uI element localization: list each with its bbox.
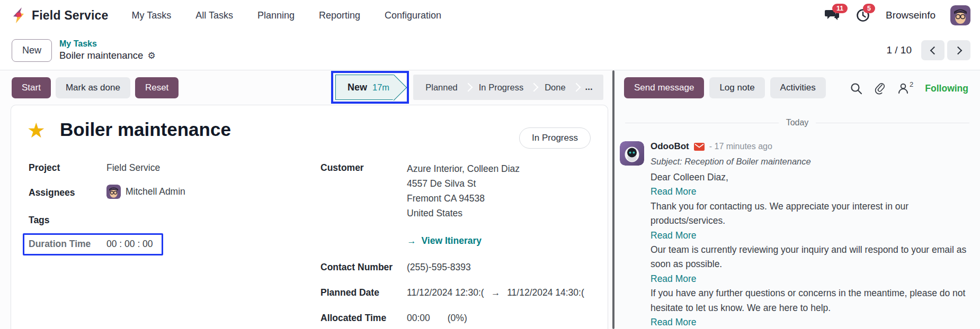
duration-time-value[interactable]: 00 : 00 : 00 [106, 239, 153, 250]
read-more-link[interactable]: Read More [651, 315, 968, 329]
followers-count: 2 [910, 80, 913, 88]
following-button[interactable]: Following [925, 83, 968, 94]
tags-label: Tags [29, 215, 50, 226]
stage-new-label: New [348, 82, 367, 93]
menu-configuration[interactable]: Configuration [385, 10, 441, 21]
followers-button[interactable]: 2 [897, 83, 913, 94]
reset-button[interactable]: Reset [135, 77, 179, 98]
menu-reporting[interactable]: Reporting [319, 10, 360, 21]
stage-separator-icon [464, 83, 473, 92]
stage-planned[interactable]: Planned [418, 83, 465, 93]
paperclip-icon [874, 82, 886, 95]
message-paragraph: Thank you for contacting us. We apprecia… [651, 199, 968, 229]
duration-time-label: Duration Time [29, 239, 91, 250]
assignee-item[interactable]: Mitchell Admin [106, 185, 185, 199]
messages-button[interactable]: 11 [824, 7, 840, 23]
allocated-time-label: Allocated Time [320, 313, 386, 324]
search-messages-button[interactable] [850, 83, 862, 95]
stage-in-progress[interactable]: In Progress [472, 83, 530, 93]
menu-my-tasks[interactable]: My Tasks [132, 10, 172, 21]
planned-date-start[interactable]: 11/12/2024 12:30:( [407, 287, 484, 298]
user-name[interactable]: Browseinfo [886, 10, 936, 21]
search-icon [850, 83, 862, 95]
activities-schedule-button[interactable]: Activities [770, 77, 826, 98]
panel-scrollbar[interactable] [612, 70, 614, 329]
customer-label: Customer [320, 162, 364, 173]
send-message-button[interactable]: Send message [624, 77, 704, 98]
message-paragraph: Our team is currently reviewing your inq… [651, 243, 968, 272]
planned-date-range: 11/12/2024 12:30:( → 11/12/2024 14:30:( [407, 287, 584, 298]
user-avatar[interactable] [950, 5, 970, 25]
mark-as-done-button[interactable]: Mark as done [56, 77, 130, 98]
breadcrumb-current: Boiler maintenance ⚙ [59, 50, 156, 61]
customer-country: United States [407, 206, 520, 221]
assignee-avatar [106, 185, 121, 199]
planned-date-label: Planned Date [320, 287, 379, 298]
main-menu: My Tasks All Tasks Planning Reporting Co… [132, 10, 442, 21]
project-value[interactable]: Field Service [106, 162, 160, 173]
messages-badge: 11 [832, 4, 848, 13]
attachments-button[interactable] [874, 82, 886, 95]
chevron-left-icon [930, 46, 938, 54]
task-title[interactable]: Boiler maintenance [60, 119, 231, 140]
chevron-right-icon [954, 46, 962, 54]
customer-name[interactable]: Azure Interior, Colleen Diaz [407, 161, 520, 176]
menu-all-tasks[interactable]: All Tasks [195, 10, 233, 21]
stage-new-duration: 17m [372, 83, 389, 93]
read-more-link[interactable]: Read More [651, 229, 968, 243]
start-button[interactable]: Start [12, 77, 51, 98]
action-buttons: Start Mark as done Reset [12, 77, 179, 98]
priority-star-icon[interactable]: ★ [27, 118, 46, 143]
top-navbar: Field Service My Tasks All Tasks Plannin… [0, 0, 980, 31]
topnav-right: 11 5 Browseinfo [824, 0, 970, 31]
log-note-button[interactable]: Log note [709, 77, 764, 98]
stage-pipeline: Planned In Progress Done ... [413, 75, 603, 100]
record-pager: 1 / 10 [886, 40, 970, 60]
chatter-buttons: Send message Log note Activities [624, 77, 826, 98]
new-record-button[interactable]: New [12, 39, 52, 62]
planned-date-end[interactable]: 11/12/2024 14:30:( [507, 287, 584, 298]
person-icon [897, 83, 909, 94]
chatter-panel: Send message Log note Activities 2 Follo… [616, 70, 980, 329]
stage-done[interactable]: Done [538, 83, 572, 93]
contact-number-value[interactable]: (255)-595-8393 [407, 262, 471, 273]
message-paragraph: If you have any further questions or con… [651, 286, 968, 315]
odoobot-avatar[interactable] [620, 141, 644, 166]
customer-street: 4557 De Silva St [407, 176, 520, 191]
stage-new-current[interactable]: New 17m [335, 75, 394, 100]
breadcrumb: My Tasks Boiler maintenance ⚙ [59, 39, 156, 61]
pager-count: 1 / 10 [886, 44, 912, 56]
message-header: OdooBot - 17 minutes ago [651, 141, 772, 152]
app-title: Field Service [32, 8, 109, 23]
message-body: Dear Colleen Diaz, Read More Thank you f… [651, 170, 968, 329]
activities-button[interactable]: 5 [855, 7, 871, 23]
chatter-tools: 2 Following [850, 82, 968, 95]
pager-next-button[interactable] [947, 40, 970, 60]
allocated-time-value[interactable]: 00:00 [407, 313, 430, 324]
stage-separator-icon [530, 83, 539, 92]
menu-planning[interactable]: Planning [257, 10, 295, 21]
email-envelope-icon [694, 143, 705, 151]
read-more-link[interactable]: Read More [651, 272, 968, 286]
gear-icon[interactable]: ⚙ [147, 50, 155, 61]
breadcrumb-parent-link[interactable]: My Tasks [59, 39, 156, 49]
date-divider: Today [625, 118, 969, 127]
activities-badge: 5 [863, 4, 875, 13]
app-brand[interactable]: Field Service [12, 7, 109, 24]
date-divider-label: Today [786, 118, 809, 127]
task-form-card: ★ Boiler maintenance In Progress Project… [11, 105, 608, 329]
project-label: Project [29, 162, 60, 173]
pager-previous-button[interactable] [921, 40, 945, 60]
assignees-label: Assignees [29, 187, 75, 198]
kanban-state-badge[interactable]: In Progress [519, 127, 591, 149]
stage-more[interactable]: ... [580, 82, 598, 93]
arrow-right-icon: → [491, 287, 501, 298]
view-itinerary-label: View Itinerary [422, 235, 482, 246]
message-author[interactable]: OdooBot [651, 141, 689, 152]
field-service-logo-icon [12, 7, 26, 24]
arrow-right-icon: → [407, 235, 416, 246]
breadcrumb-row: New My Tasks Boiler maintenance ⚙ 1 / 10 [12, 31, 970, 70]
read-more-link[interactable]: Read More [651, 185, 968, 199]
contact-number-label: Contact Number [320, 262, 393, 273]
view-itinerary-link[interactable]: → View Itinerary [407, 235, 482, 246]
